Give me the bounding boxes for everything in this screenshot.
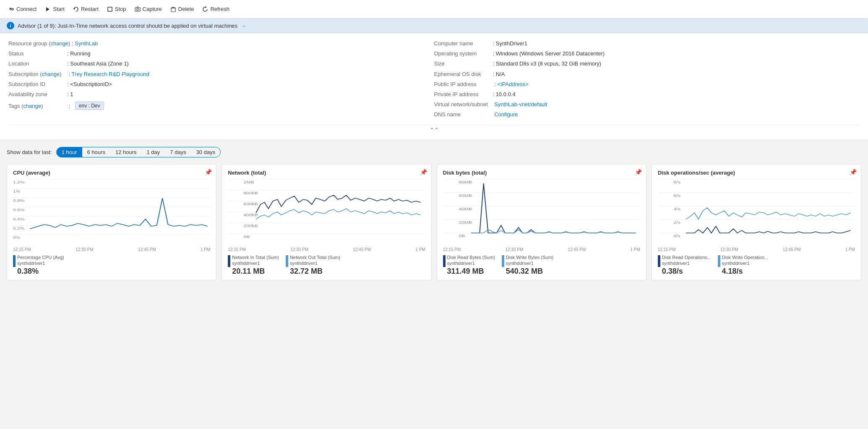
time-btn-30days[interactable]: 30 days (191, 147, 221, 157)
computer-name-label: Computer name (434, 40, 493, 47)
time-btn-1hour[interactable]: 1 hour (57, 147, 82, 157)
svg-text:400kB: 400kB (244, 212, 258, 217)
disk-write-bytes-label: Disk Write Bytes (Sum) (506, 254, 553, 260)
resource-group-change-link[interactable]: change (50, 40, 68, 47)
subscription-label: Subscription (change) (8, 71, 67, 78)
connect-button[interactable]: Connect (5, 4, 40, 14)
disk-read-ops-legend-item: Disk Read Operations... synthddriver1 0.… (658, 254, 711, 276)
disk-read-bytes-sub: synthddriver1 (447, 260, 495, 266)
availability-label: Availability zone (8, 91, 67, 98)
svg-point-0 (12, 8, 13, 10)
capture-button[interactable]: Capture (131, 4, 165, 14)
disk-ops-pin-icon[interactable]: 📌 (850, 169, 857, 175)
svg-text:0%: 0% (13, 235, 21, 239)
disk-read-ops-bar (658, 255, 660, 267)
dns-link[interactable]: Configure (494, 111, 518, 118)
cpu-chart-area: 1.2% 1% 0.8% 0.6% 0.4% 0.2% 0% (13, 179, 210, 246)
location-value: : Southeast Asia (Zone 1) (67, 60, 129, 68)
network-pin-icon[interactable]: 📌 (420, 169, 427, 175)
disk-write-bytes-value: 540.32 MB (506, 267, 553, 276)
refresh-icon (202, 6, 208, 12)
start-icon (45, 6, 51, 12)
svg-text:600kB: 600kB (244, 201, 258, 206)
disk-write-bytes-bar (502, 255, 504, 267)
time-btn-7days[interactable]: 7 days (165, 147, 191, 157)
tag-badge: env : Dev (75, 102, 104, 110)
disk-write-ops-value: 4.18/s (722, 267, 768, 276)
tags-change-link[interactable]: change (23, 103, 41, 109)
delete-button[interactable]: Delete (167, 4, 198, 14)
resource-group-link[interactable]: SynthLab (75, 40, 98, 47)
network-out-bar (286, 255, 288, 267)
info-section: Resource group (change) : SynthLab Statu… (0, 33, 868, 140)
os-label: Operating system (434, 50, 493, 58)
cpu-legend-item: Percentage CPU (Avg) synthddriver1 0.38% (13, 254, 64, 276)
collapse-bar[interactable]: ⌃⌃ (8, 125, 860, 135)
cpu-legend-value: 0.38% (17, 267, 64, 276)
disk-bytes-chart-area: 80MB 60MB 40MB 20MB 0B (443, 179, 640, 246)
time-btn-6hours[interactable]: 6 hours (82, 147, 110, 157)
cpu-legend-bar (13, 255, 16, 267)
show-data-row: Show data for last: 1 hour 6 hours 12 ho… (7, 147, 861, 157)
disk-ops-chart-area: 8/s 6/s 4/s 2/s 0/s (658, 179, 855, 246)
vnet-link[interactable]: SynthLab-vnet/default (494, 101, 547, 107)
disk-ops-chart-svg: 8/s 6/s 4/s 2/s 0/s (658, 179, 855, 246)
network-in-bar (228, 255, 230, 267)
time-btn-12hours[interactable]: 12 hours (110, 147, 142, 157)
private-ip-label: Private IP address (434, 91, 493, 98)
svg-text:80MB: 80MB (459, 180, 472, 184)
os-value: : Windows (Windows Server 2016 Datacente… (493, 50, 605, 58)
disk-write-ops-label: Disk Write Operation... (722, 254, 768, 260)
restart-button[interactable]: Restart (70, 4, 102, 14)
disk-read-ops-value: 0.38/s (662, 267, 711, 276)
network-chart-title: Network (total) (228, 170, 425, 176)
advisor-banner: i Advisor (1 of 9): Just-In-Time network… (0, 18, 868, 33)
disk-ops-xaxis: 12:15 PM12:30 PM12:45 PM1 PM (658, 247, 855, 252)
svg-rect-3 (108, 7, 112, 11)
computer-name-value: : SynthDriver1 (493, 40, 527, 47)
size-label: Size (434, 60, 493, 68)
private-ip-row: Private IP address : 10.0.0.4 (434, 91, 843, 98)
subscription-link[interactable]: Trey Research R&D Playground (72, 71, 149, 77)
status-row: Status : Running (8, 50, 417, 58)
cpu-legend: Percentage CPU (Avg) synthddriver1 0.38% (13, 254, 210, 276)
svg-text:8/s: 8/s (673, 180, 680, 184)
cpu-pin-icon[interactable]: 📌 (205, 169, 212, 175)
svg-text:20MB: 20MB (459, 220, 472, 224)
svg-text:0B: 0B (244, 234, 250, 238)
location-row: Location : Southeast Asia (Zone 1) (8, 60, 417, 68)
disk-write-ops-sub: synthddriver1 (722, 260, 768, 266)
svg-text:0.2%: 0.2% (13, 226, 25, 230)
subscription-id-value: : <SubscriptionID> (67, 81, 112, 88)
ephemeral-row: Ephemeral OS disk : N/A (434, 71, 843, 78)
svg-text:1%: 1% (13, 189, 21, 193)
advisor-link[interactable]: → (241, 23, 246, 29)
advisor-text: Advisor (1 of 9): Just-In-Time network a… (18, 23, 237, 29)
subscription-value: : Trey Research R&D Playground (67, 71, 149, 78)
svg-marker-7 (205, 6, 207, 8)
network-in-label: Network In Total (Sum) (232, 254, 279, 260)
disk-bytes-chart-svg: 80MB 60MB 40MB 20MB 0B (443, 179, 640, 246)
availability-row: Availability zone : 1 (8, 91, 417, 98)
refresh-button[interactable]: Refresh (199, 4, 233, 14)
disk-read-bytes-label: Disk Read Bytes (Sum) (447, 254, 495, 260)
cpu-xaxis: 12:15 PM12:30 PM12:45 PM1 PM (13, 247, 210, 252)
stop-button[interactable]: Stop (104, 4, 130, 14)
network-out-sub: synthddriver1 (290, 260, 340, 266)
public-ip-link[interactable]: : <IPAddress> (494, 81, 528, 87)
restart-icon (73, 6, 79, 12)
disk-write-bytes-sub: synthddriver1 (506, 260, 553, 266)
show-data-label: Show data for last: (7, 149, 52, 155)
disk-bytes-pin-icon[interactable]: 📌 (635, 169, 642, 175)
subscription-change-link[interactable]: change (42, 71, 60, 77)
svg-text:0/s: 0/s (673, 233, 680, 238)
network-out-value: 32.72 MB (290, 267, 340, 276)
svg-text:2/s: 2/s (673, 220, 680, 224)
cpu-chart-title: CPU (average) (13, 170, 210, 176)
disk-write-bytes-legend-item: Disk Write Bytes (Sum) synthddriver1 540… (502, 254, 553, 276)
ephemeral-value: : N/A (493, 71, 505, 78)
start-button[interactable]: Start (42, 4, 68, 14)
vnet-row: Virtual network/subnet SynthLab-vnet/def… (434, 101, 843, 108)
time-btn-1day[interactable]: 1 day (142, 147, 165, 157)
svg-rect-4 (135, 8, 140, 11)
